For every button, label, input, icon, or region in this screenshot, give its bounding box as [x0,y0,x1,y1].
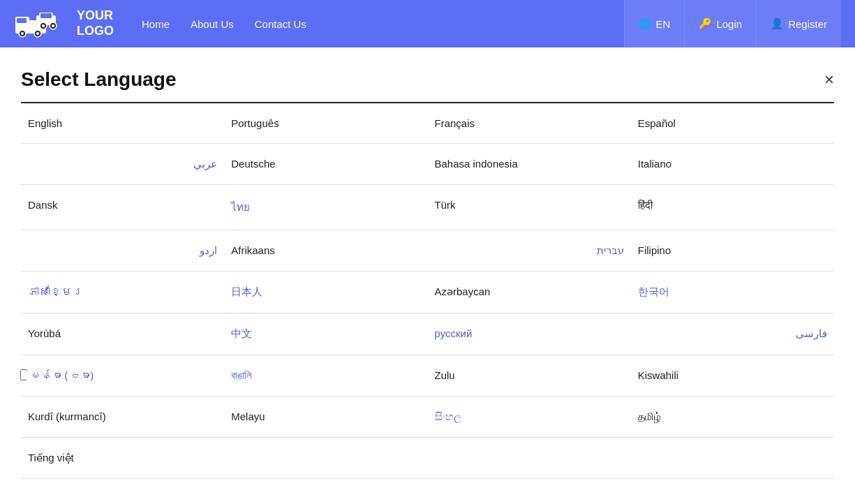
navbar: YOUR LOGO Home About Us Contact Us 🌐 EN … [0,0,855,47]
language-option[interactable]: فارسی [631,313,834,355]
language-option[interactable]: Yorùbá [21,313,224,355]
language-option[interactable]: اردو [21,230,224,272]
language-button[interactable]: 🌐 EN [624,0,685,47]
language-option[interactable] [428,438,631,479]
nav-home[interactable]: Home [142,18,170,30]
key-icon: 🔑 [699,17,712,30]
language-option[interactable]: 中文 [224,313,427,355]
language-option[interactable]: Español [631,103,834,144]
logo-text: YOUR LOGO [77,8,114,38]
language-option[interactable]: தமிழ் [631,396,834,438]
language-option[interactable]: हिंदी [631,185,834,230]
language-option[interactable]: Kiswahili [631,355,834,396]
language-option[interactable]: Italiano [631,144,834,185]
svg-rect-5 [40,13,52,18]
register-label: Register [788,18,827,30]
navbar-right: 🌐 EN 🔑 Login 👤 Register [624,0,841,47]
nav-about[interactable]: About Us [191,18,234,30]
svg-point-8 [21,32,24,35]
language-option[interactable]: Français [428,103,631,144]
language-option[interactable]: русский [428,313,631,355]
language-option[interactable]: Zulu [428,355,631,396]
modal-title: Select Language [21,68,177,91]
language-grid: EnglishPortuguêsFrançaisEspañolعربيDeuts… [21,103,834,479]
language-option[interactable] [631,438,834,479]
language-option[interactable]: Dansk [21,185,224,230]
close-button[interactable]: × [824,71,834,88]
language-option[interactable]: ไทย [224,185,427,230]
language-option[interactable]: עברית [428,230,631,272]
language-option[interactable]: عربي [21,144,224,185]
svg-point-10 [36,32,39,35]
language-option[interactable]: Filipino [631,230,834,272]
svg-point-12 [42,24,45,27]
language-option[interactable]: Melayu [224,396,427,438]
language-option[interactable]: Kurdî (kurmancî) [21,396,224,438]
language-option[interactable]: 한국어 [631,272,834,313]
nav-links: Home About Us Contact Us [142,18,624,30]
svg-point-14 [52,24,54,27]
user-icon: 👤 [771,17,784,30]
language-option[interactable] [224,438,427,479]
language-option[interactable]: বাঙালি [224,355,427,396]
language-option[interactable]: မြန်မာ (ဗမာ) [21,355,224,396]
svg-rect-2 [17,18,27,23]
language-option[interactable]: Tiếng việt [21,438,224,479]
language-option[interactable]: Afrikaans [224,230,427,272]
nav-contact[interactable]: Contact Us [255,18,306,30]
language-option[interactable]: Português [224,103,427,144]
language-option[interactable]: ភាសាខ្មែរ [21,272,224,313]
modal-header: Select Language × [21,68,834,91]
language-option[interactable]: Azərbaycan [428,272,631,313]
language-option[interactable]: Bahasa indonesia [428,144,631,185]
login-label: Login [716,18,742,30]
language-option[interactable]: English [21,103,224,144]
language-option[interactable]: Türk [428,185,631,230]
language-option[interactable]: Deutsche [224,144,427,185]
login-button[interactable]: 🔑 Login [684,0,756,47]
language-modal: Select Language × EnglishPortuguêsFrança… [0,47,855,493]
logo[interactable]: YOUR LOGO [14,7,114,40]
globe-icon: 🌐 [639,17,652,30]
language-label: EN [656,18,671,30]
language-option[interactable]: සිංහල [428,396,631,438]
logo-icon [14,7,70,40]
register-button[interactable]: 👤 Register [756,0,841,47]
language-option[interactable]: 日本人 [224,272,427,313]
